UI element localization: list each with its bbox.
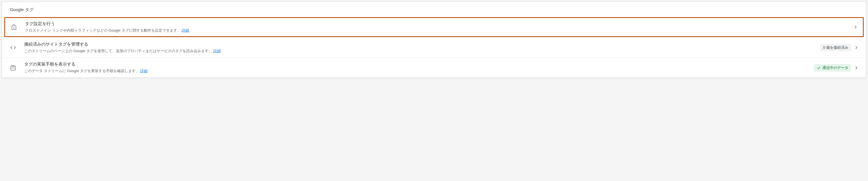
- row-badges: 通信中のデータ: [814, 64, 851, 71]
- chevron-right-icon: [854, 65, 859, 71]
- row-text: 接続済みのサイトタグを管理する このストリームのページ上の Google タグを…: [24, 41, 815, 54]
- svg-rect-3: [12, 65, 14, 66]
- row-configure-tag-settings[interactable]: G タグ設定を行う クロスドメイン リンクや内部トラフィックなどの Google…: [4, 17, 864, 37]
- section-header: Google タグ: [2, 2, 866, 17]
- status-badge: 通信中のデータ: [814, 64, 851, 71]
- row-text: タグ設定を行う クロスドメイン リンクや内部トラフィックなどの Google タ…: [25, 21, 850, 33]
- code-box-icon: [10, 65, 24, 71]
- connect-icon: [10, 44, 24, 51]
- row-title: タグの実装手順を表示する: [24, 62, 809, 67]
- check-icon: [817, 66, 821, 70]
- svg-text:G: G: [13, 27, 15, 29]
- google-tag-card: Google タグ G タグ設定を行う クロスドメイン リンクや内部トラフィック…: [2, 2, 866, 78]
- chevron-right-icon: [852, 24, 858, 30]
- svg-point-0: [14, 26, 14, 26]
- section-title: Google タグ: [10, 7, 34, 12]
- row-title: 接続済みのサイトタグを管理する: [24, 41, 815, 47]
- row-manage-connected-tags[interactable]: 接続済みのサイトタグを管理する このストリームのページ上の Google タグを…: [2, 38, 866, 58]
- row-desc: このストリームのページ上の Google タグを使用して、追加のプロパティまたは…: [24, 48, 815, 54]
- row-badges: 0 個を接続済み: [820, 44, 851, 51]
- row-text: タグの実装手順を表示する このデータ ストリームに Google タグを実装する…: [24, 62, 809, 74]
- row-view-tag-instructions[interactable]: タグの実装手順を表示する このデータ ストリームに Google タグを実装する…: [2, 58, 866, 78]
- tag-icon: G: [11, 24, 25, 30]
- connected-count-badge: 0 個を接続済み: [820, 44, 851, 51]
- row-desc: このデータ ストリームに Google タグを実装する手順を確認します。 詳細: [24, 68, 809, 74]
- detail-link[interactable]: 詳細: [140, 69, 148, 73]
- row-desc: クロスドメイン リンクや内部トラフィックなどの Google タグに関する動作を…: [25, 28, 850, 33]
- chevron-right-icon: [854, 45, 859, 51]
- detail-link[interactable]: 詳細: [182, 28, 189, 32]
- detail-link[interactable]: 詳細: [213, 49, 221, 53]
- row-title: タグ設定を行う: [25, 21, 850, 27]
